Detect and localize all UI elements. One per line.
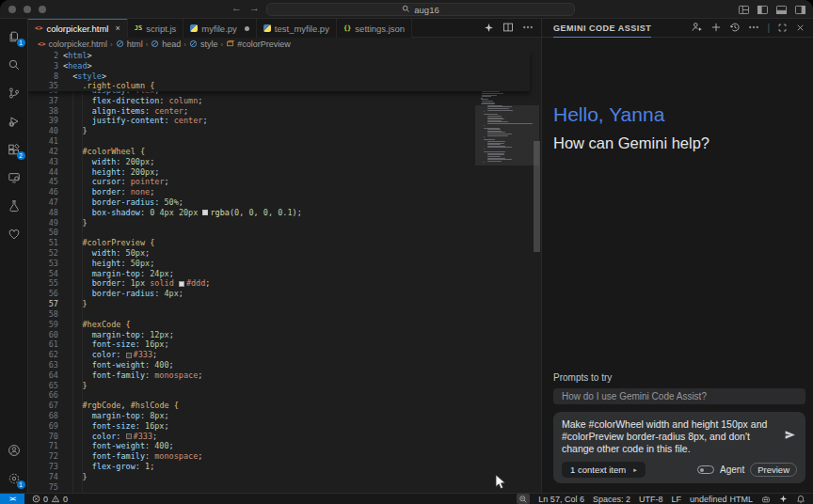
back-arrow-icon[interactable]: ←	[231, 2, 242, 13]
code-line-8[interactable]: 8 <style>	[28, 71, 530, 82]
command-center-search[interactable]: aug16	[266, 3, 575, 16]
code-line-62[interactable]: 62 color: #333;	[28, 350, 541, 360]
activity-bar-item-explorer[interactable]: 1	[0, 23, 28, 51]
code-line-44[interactable]: 44 height: 200px;	[28, 167, 541, 178]
more-actions-icon[interactable]	[522, 20, 534, 37]
more-icon[interactable]	[748, 20, 759, 37]
tab-myfile.py[interactable]: myfile.py	[183, 19, 256, 38]
code-line-67[interactable]: 67 #rgbCode, #hslCode {	[28, 401, 541, 411]
code-line-40[interactable]: 40 }	[28, 126, 541, 136]
expand-icon[interactable]	[777, 20, 788, 37]
editor-scrollbar[interactable]	[534, 141, 540, 252]
toggle-panel-bottom-icon[interactable]	[775, 4, 788, 16]
status-copilot[interactable]	[761, 495, 771, 504]
code-line-43[interactable]: 43 width: 200px;	[28, 157, 541, 167]
activity-bar-item-source-control[interactable]	[0, 79, 28, 107]
status-notifications[interactable]	[796, 495, 805, 504]
code-line-70[interactable]: 70 color: #333;	[28, 432, 541, 442]
code-editor[interactable]: 2<html>3<head>8 <style>35 .right-column …	[28, 51, 541, 493]
maximize-window-button[interactable]	[39, 6, 46, 13]
activity-bar-item-testing[interactable]	[0, 192, 28, 220]
code-line-68[interactable]: 68 margin-top: 8px;	[28, 411, 541, 421]
minimize-window-button[interactable]	[24, 6, 31, 13]
code-line-57[interactable]: 57 }	[28, 299, 541, 309]
code-line-56[interactable]: 56 border-radius: 4px;	[28, 289, 541, 299]
breadcrumb-item-html[interactable]: html	[116, 39, 143, 50]
code-line-2[interactable]: 2<html>	[28, 51, 530, 61]
code-line-49[interactable]: 49 }	[28, 218, 541, 228]
status-language-mode[interactable]: undefinedHTML	[690, 495, 753, 504]
close-window-button[interactable]	[8, 6, 16, 13]
new-chat-icon[interactable]	[710, 20, 722, 37]
code-line-66[interactable]: 66	[28, 390, 541, 401]
activity-bar-item-account[interactable]	[0, 436, 28, 465]
gemini-sparkle-icon[interactable]	[484, 20, 494, 37]
send-icon[interactable]	[784, 428, 796, 445]
tab-colorpicker.html[interactable]: <>colorpicker.html×	[28, 19, 128, 38]
customize-layout-icon[interactable]	[738, 4, 750, 16]
code-line-69[interactable]: 69 font-size: 16px;	[28, 421, 541, 432]
status-encoding[interactable]: UTF-8	[639, 495, 663, 504]
status-zoom-indicator[interactable]	[517, 494, 530, 504]
code-line-39[interactable]: 39 justify-content: center;	[28, 116, 541, 126]
code-line-59[interactable]: 59 #hexCode {	[28, 320, 541, 330]
code-line-46[interactable]: 46 border: none;	[28, 187, 541, 197]
code-line-48[interactable]: 48 box-shadow: 0 4px 20px rgba(0, 0, 0, …	[28, 208, 541, 218]
code-line-75[interactable]: 75	[28, 482, 541, 493]
prompt-suggestion-chip[interactable]: How do I use Gemini Code Assist?	[553, 388, 805, 404]
code-line-50[interactable]: 50	[28, 228, 541, 238]
toggle-panel-left-icon[interactable]	[757, 4, 769, 16]
code-line-52[interactable]: 52 width: 50px;	[28, 248, 541, 259]
activity-bar-item-extensions[interactable]: 2	[0, 135, 28, 164]
tab-script.js[interactable]: JSscript.js	[128, 19, 184, 38]
code-line-35[interactable]: 35 .right-column {	[28, 81, 530, 91]
tab-test_myfile.py[interactable]: test_myfile.py	[257, 19, 337, 38]
close-icon[interactable]	[795, 20, 805, 37]
code-line-47[interactable]: 47 border-radius: 50%;	[28, 197, 541, 208]
forward-arrow-icon[interactable]: →	[249, 2, 260, 13]
gemini-prompt-input[interactable]: Make #colorWheel width and height 150px …	[553, 412, 805, 483]
code-line-64[interactable]: 64 font-family: monospace;	[28, 370, 541, 381]
status-eol[interactable]: LF	[671, 495, 681, 504]
activity-bar-item-heart[interactable]	[0, 220, 28, 248]
code-line-58[interactable]: 58	[28, 309, 541, 320]
code-line-65[interactable]: 65 }	[28, 381, 541, 391]
split-editor-icon[interactable]	[502, 20, 514, 37]
code-line-74[interactable]: 74 }	[28, 472, 541, 482]
code-line-61[interactable]: 61 font-size: 16px;	[28, 339, 541, 350]
breadcrumb-item-head[interactable]: head	[151, 39, 181, 50]
code-line-42[interactable]: 42 #colorWheel {	[28, 147, 541, 157]
context-items-button[interactable]: 1 context item ▸	[562, 462, 646, 478]
code-line-38[interactable]: 38 align-items: center;	[28, 106, 541, 117]
activity-bar-item-search[interactable]	[0, 51, 28, 79]
status-indentation[interactable]: Spaces: 2	[593, 495, 630, 504]
breadcrumb-item-colorPreview[interactable]: #colorPreview	[226, 39, 291, 50]
activity-bar-item-run-debug[interactable]	[0, 107, 28, 135]
agent-picker-icon[interactable]	[691, 20, 703, 37]
traffic-lights[interactable]	[8, 6, 46, 13]
prompt-input-text[interactable]: Make #colorWheel width and height 150px …	[562, 418, 797, 455]
remote-indicator[interactable]: ><	[0, 494, 24, 504]
activity-bar-item-settings[interactable]: 1	[0, 465, 28, 493]
history-icon[interactable]	[729, 20, 741, 37]
activity-bar-item-remote-explorer[interactable]	[0, 164, 28, 192]
status-gemini-status[interactable]	[779, 495, 788, 503]
tab-gemini-code-assist[interactable]: GEMINI CODE ASSIST	[553, 19, 651, 38]
breadcrumb-item-style[interactable]: style	[189, 39, 218, 50]
status-cursor-position[interactable]: Ln 57, Col 6	[538, 495, 584, 504]
code-line-3[interactable]: 3<head>	[28, 61, 530, 71]
toggle-panel-right-icon[interactable]	[794, 4, 806, 16]
minimap-viewport[interactable]	[475, 105, 539, 165]
code-line-41[interactable]: 41	[28, 136, 541, 147]
code-line-51[interactable]: 51 #colorPreview {	[28, 238, 541, 248]
code-line-72[interactable]: 72 font-family: monospace;	[28, 451, 541, 462]
code-line-71[interactable]: 71 font-weight: 400;	[28, 441, 541, 451]
code-line-37[interactable]: 37 flex-direction: column;	[28, 96, 541, 106]
breadcrumb-item-colorpickerhtml[interactable]: <>colorpicker.html	[38, 39, 107, 49]
code-line-60[interactable]: 60 margin-top: 12px;	[28, 330, 541, 340]
code-line-53[interactable]: 53 height: 50px;	[28, 259, 541, 269]
close-tab-icon[interactable]: ×	[115, 24, 120, 33]
code-line-55[interactable]: 55 border: 1px solid #ddd;	[28, 278, 541, 289]
code-line-63[interactable]: 63 font-weight: 400;	[28, 360, 541, 370]
agent-toggle[interactable]	[697, 465, 714, 474]
